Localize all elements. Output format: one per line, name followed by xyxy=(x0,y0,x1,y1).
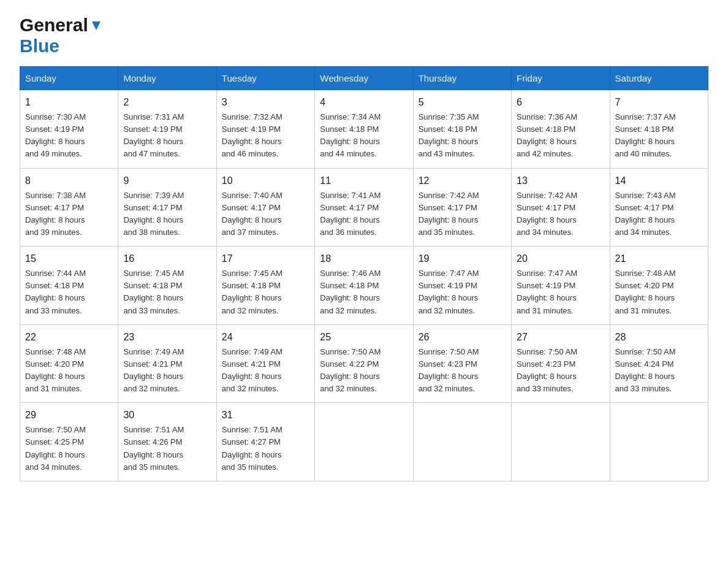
day-info: Sunrise: 7:48 AMSunset: 4:20 PMDaylight:… xyxy=(615,269,676,315)
day-number: 30 xyxy=(123,408,211,423)
day-info: Sunrise: 7:47 AMSunset: 4:19 PMDaylight:… xyxy=(517,269,577,315)
day-number: 15 xyxy=(25,251,113,266)
day-number: 8 xyxy=(25,174,113,188)
weekday-header-wednesday: Wednesday xyxy=(315,67,413,90)
day-number: 19 xyxy=(419,251,506,266)
calendar-cell: 15 Sunrise: 7:44 AMSunset: 4:18 PMDaylig… xyxy=(20,247,118,325)
calendar-cell: 4 Sunrise: 7:34 AMSunset: 4:18 PMDayligh… xyxy=(315,90,413,169)
calendar-cell: 16 Sunrise: 7:45 AMSunset: 4:18 PMDaylig… xyxy=(118,247,216,325)
day-number: 14 xyxy=(615,174,703,188)
day-number: 29 xyxy=(25,408,113,423)
calendar-cell: 2 Sunrise: 7:31 AMSunset: 4:19 PMDayligh… xyxy=(118,90,216,169)
calendar-cell: 19 Sunrise: 7:47 AMSunset: 4:19 PMDaylig… xyxy=(413,247,511,325)
calendar-cell: 20 Sunrise: 7:47 AMSunset: 4:19 PMDaylig… xyxy=(512,247,610,325)
calendar-cell xyxy=(413,403,511,481)
day-number: 13 xyxy=(517,174,604,188)
calendar-cell: 3 Sunrise: 7:32 AMSunset: 4:19 PMDayligh… xyxy=(216,90,314,169)
day-info: Sunrise: 7:34 AMSunset: 4:18 PMDaylight:… xyxy=(320,112,381,158)
day-info: Sunrise: 7:50 AMSunset: 4:22 PMDaylight:… xyxy=(320,347,381,393)
day-info: Sunrise: 7:50 AMSunset: 4:25 PMDaylight:… xyxy=(25,425,86,471)
day-info: Sunrise: 7:39 AMSunset: 4:17 PMDaylight:… xyxy=(123,191,184,237)
day-number: 28 xyxy=(615,330,703,345)
day-info: Sunrise: 7:50 AMSunset: 4:23 PMDaylight:… xyxy=(517,347,577,393)
calendar-cell: 26 Sunrise: 7:50 AMSunset: 4:23 PMDaylig… xyxy=(413,324,511,403)
calendar-cell: 27 Sunrise: 7:50 AMSunset: 4:23 PMDaylig… xyxy=(512,324,610,403)
day-number: 24 xyxy=(222,330,309,345)
weekday-header-monday: Monday xyxy=(118,67,216,90)
calendar-cell: 12 Sunrise: 7:42 AMSunset: 4:17 PMDaylig… xyxy=(413,168,511,247)
day-number: 21 xyxy=(615,251,703,266)
day-info: Sunrise: 7:41 AMSunset: 4:17 PMDaylight:… xyxy=(320,191,381,237)
calendar-cell: 22 Sunrise: 7:48 AMSunset: 4:20 PMDaylig… xyxy=(20,324,118,403)
day-number: 27 xyxy=(517,330,604,345)
day-number: 3 xyxy=(222,95,309,110)
day-number: 4 xyxy=(320,95,408,110)
day-info: Sunrise: 7:31 AMSunset: 4:19 PMDaylight:… xyxy=(123,112,184,158)
calendar-week-row: 29 Sunrise: 7:50 AMSunset: 4:25 PMDaylig… xyxy=(20,403,708,481)
weekday-header-sunday: Sunday xyxy=(20,67,118,90)
calendar-cell: 13 Sunrise: 7:42 AMSunset: 4:17 PMDaylig… xyxy=(512,168,610,247)
day-number: 25 xyxy=(320,330,408,345)
calendar-cell: 10 Sunrise: 7:40 AMSunset: 4:17 PMDaylig… xyxy=(216,168,314,247)
day-number: 6 xyxy=(517,95,604,110)
weekday-header-friday: Friday xyxy=(512,67,610,90)
calendar-cell xyxy=(512,403,610,481)
day-info: Sunrise: 7:38 AMSunset: 4:17 PMDaylight:… xyxy=(25,191,86,237)
day-info: Sunrise: 7:43 AMSunset: 4:17 PMDaylight:… xyxy=(615,191,676,237)
day-number: 20 xyxy=(517,251,604,266)
day-number: 11 xyxy=(320,174,408,188)
logo-general-text: General xyxy=(20,15,88,36)
calendar-cell: 25 Sunrise: 7:50 AMSunset: 4:22 PMDaylig… xyxy=(315,324,413,403)
day-number: 1 xyxy=(25,95,113,110)
calendar-cell: 18 Sunrise: 7:46 AMSunset: 4:18 PMDaylig… xyxy=(315,247,413,325)
calendar-cell: 8 Sunrise: 7:38 AMSunset: 4:17 PMDayligh… xyxy=(20,168,118,247)
calendar-cell: 23 Sunrise: 7:49 AMSunset: 4:21 PMDaylig… xyxy=(118,324,216,403)
calendar-cell: 9 Sunrise: 7:39 AMSunset: 4:17 PMDayligh… xyxy=(118,168,216,247)
calendar-cell: 17 Sunrise: 7:45 AMSunset: 4:18 PMDaylig… xyxy=(216,247,314,325)
day-info: Sunrise: 7:49 AMSunset: 4:21 PMDaylight:… xyxy=(222,347,282,393)
day-info: Sunrise: 7:46 AMSunset: 4:18 PMDaylight:… xyxy=(320,269,381,315)
day-number: 31 xyxy=(222,408,309,423)
calendar-cell: 29 Sunrise: 7:50 AMSunset: 4:25 PMDaylig… xyxy=(20,403,118,481)
logo-triangle-icon xyxy=(89,19,103,33)
calendar-cell: 31 Sunrise: 7:51 AMSunset: 4:27 PMDaylig… xyxy=(216,403,314,481)
day-info: Sunrise: 7:50 AMSunset: 4:23 PMDaylight:… xyxy=(419,347,479,393)
calendar-week-row: 15 Sunrise: 7:44 AMSunset: 4:18 PMDaylig… xyxy=(20,247,708,325)
day-info: Sunrise: 7:36 AMSunset: 4:18 PMDaylight:… xyxy=(517,112,577,158)
day-info: Sunrise: 7:44 AMSunset: 4:18 PMDaylight:… xyxy=(25,269,86,315)
logo-blue-text: Blue xyxy=(20,36,59,56)
day-info: Sunrise: 7:47 AMSunset: 4:19 PMDaylight:… xyxy=(419,269,479,315)
calendar-week-row: 8 Sunrise: 7:38 AMSunset: 4:17 PMDayligh… xyxy=(20,168,708,247)
day-number: 22 xyxy=(25,330,113,345)
day-number: 10 xyxy=(222,174,309,188)
day-number: 18 xyxy=(320,251,408,266)
calendar-cell: 28 Sunrise: 7:50 AMSunset: 4:24 PMDaylig… xyxy=(610,324,708,403)
day-info: Sunrise: 7:35 AMSunset: 4:18 PMDaylight:… xyxy=(419,112,479,158)
calendar-cell: 24 Sunrise: 7:49 AMSunset: 4:21 PMDaylig… xyxy=(216,324,314,403)
day-number: 5 xyxy=(419,95,506,110)
calendar-cell: 6 Sunrise: 7:36 AMSunset: 4:18 PMDayligh… xyxy=(512,90,610,169)
svg-marker-0 xyxy=(92,21,100,30)
calendar-cell: 1 Sunrise: 7:30 AMSunset: 4:19 PMDayligh… xyxy=(20,90,118,169)
calendar-cell: 14 Sunrise: 7:43 AMSunset: 4:17 PMDaylig… xyxy=(610,168,708,247)
day-info: Sunrise: 7:32 AMSunset: 4:19 PMDaylight:… xyxy=(222,112,282,158)
calendar-week-row: 1 Sunrise: 7:30 AMSunset: 4:19 PMDayligh… xyxy=(20,90,708,169)
day-number: 23 xyxy=(123,330,211,345)
calendar-table: SundayMondayTuesdayWednesdayThursdayFrid… xyxy=(20,66,708,481)
day-info: Sunrise: 7:45 AMSunset: 4:18 PMDaylight:… xyxy=(222,269,282,315)
calendar-cell: 7 Sunrise: 7:37 AMSunset: 4:18 PMDayligh… xyxy=(610,90,708,169)
day-number: 12 xyxy=(419,174,506,188)
calendar-cell: 11 Sunrise: 7:41 AMSunset: 4:17 PMDaylig… xyxy=(315,168,413,247)
day-info: Sunrise: 7:42 AMSunset: 4:17 PMDaylight:… xyxy=(517,191,577,237)
day-info: Sunrise: 7:51 AMSunset: 4:26 PMDaylight:… xyxy=(123,425,184,471)
calendar-cell: 30 Sunrise: 7:51 AMSunset: 4:26 PMDaylig… xyxy=(118,403,216,481)
day-number: 2 xyxy=(123,95,211,110)
day-info: Sunrise: 7:48 AMSunset: 4:20 PMDaylight:… xyxy=(25,347,86,393)
day-number: 26 xyxy=(419,330,506,345)
page-header: General Blue xyxy=(20,15,708,56)
day-number: 17 xyxy=(222,251,309,266)
day-number: 7 xyxy=(615,95,703,110)
day-info: Sunrise: 7:30 AMSunset: 4:19 PMDaylight:… xyxy=(25,112,86,158)
logo: General Blue xyxy=(20,15,103,56)
calendar-week-row: 22 Sunrise: 7:48 AMSunset: 4:20 PMDaylig… xyxy=(20,324,708,403)
